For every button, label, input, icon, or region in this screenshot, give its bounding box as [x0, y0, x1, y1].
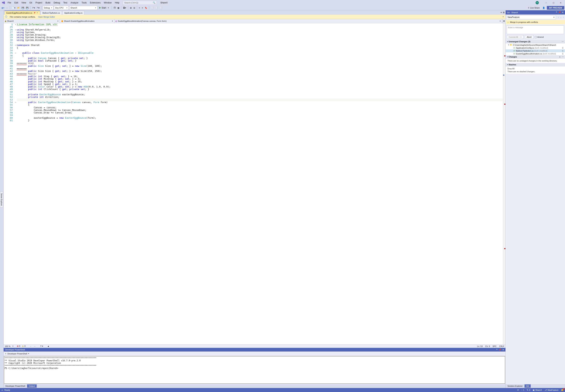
menu-project[interactable]: Project — [34, 1, 43, 5]
indent-left-button[interactable]: ≡ — [138, 6, 141, 10]
menu-test[interactable]: Test — [62, 1, 69, 5]
code-area[interactable]: License Information (GPL v3)using ShareX… — [17, 23, 503, 344]
nav-back-icon[interactable]: ← — [30, 345, 32, 347]
abort-button[interactable]: Abort — [525, 35, 533, 39]
fetch-icon[interactable]: ↓ — [558, 16, 559, 18]
unmerged-file[interactable]: C# ApplicationConfig.cs [both modified]C — [506, 46, 565, 49]
plus-icon[interactable]: ＋ — [5, 352, 7, 355]
repo-path-row[interactable]: ▾📁 C:\Users\tagherfa\Source\Repos\ShareX… — [506, 43, 565, 46]
close-button[interactable]: ✕ — [557, 0, 564, 5]
warning-icon[interactable]: ⚠ — [22, 345, 24, 347]
doc-tab[interactable]: BalloonTipAction.cs — [41, 11, 62, 15]
sb-outgoing[interactable]: ↑ 1 — [522, 389, 524, 391]
startup-combo[interactable]: ShareX▼ — [69, 6, 98, 10]
commit-message-input[interactable]: Enter a message — [507, 25, 564, 34]
platform-combo[interactable]: Any CPU▼ — [54, 6, 69, 10]
amend-checkbox[interactable]: Amend — [535, 36, 544, 38]
tb-icon-6[interactable]: 📑 — [150, 6, 154, 10]
nav-scope-combo[interactable]: ▣ ShareX▼ — [4, 19, 60, 23]
pull-icon[interactable]: ↓ — [560, 16, 561, 18]
tab-settings-icon[interactable]: ⚙ — [503, 11, 505, 14]
error-icon[interactable]: ⊘ — [17, 345, 18, 347]
panel-pin-icon[interactable]: 📌 — [499, 349, 501, 351]
changes-header[interactable]: ▾Changes ＋ ⋯ — [506, 55, 565, 59]
right-tab-solution-explorer[interactable]: Solution Explorer — [506, 384, 524, 388]
unmerged-file[interactable]: C# BalloonTipAction.cs [both modified]C — [506, 49, 565, 52]
sb-changes[interactable]: ✎ 3 — [527, 389, 530, 391]
panel-close-icon[interactable]: ✕ — [502, 349, 504, 351]
section-more-icon[interactable]: ⋯ — [562, 41, 564, 43]
menu-file[interactable]: File — [6, 1, 13, 5]
notifications-icon[interactable]: 🔔3 — [561, 389, 564, 391]
close-merge-bar[interactable]: ✕ — [502, 16, 504, 18]
indent-mode[interactable]: SPC — [493, 345, 497, 347]
pin-icon[interactable]: 📌 — [33, 12, 35, 14]
doc-tab[interactable]: ApplicationConfig.cs — [62, 11, 85, 15]
server-explorer-tab[interactable]: Server Explorer — [0, 192, 3, 208]
menu-window[interactable]: Window — [102, 1, 113, 5]
unmerged-changes-header[interactable]: ▾Unmerged Changes (3) ⋯ — [506, 40, 565, 43]
bottom-tab-output[interactable]: Output — [27, 384, 37, 388]
menu-build[interactable]: Build — [44, 1, 52, 5]
hscroll-left[interactable]: ◀ — [48, 345, 49, 347]
tb-icon-1[interactable]: 🗔 — [113, 6, 116, 10]
avatar[interactable]: TG — [536, 1, 539, 4]
branch-combo[interactable]: NewFeature▼ — [506, 15, 556, 19]
ps-terminal[interactable]: ****************************************… — [4, 356, 505, 384]
undo-button[interactable]: ↶▾ — [32, 6, 36, 10]
commit-all-button[interactable]: Commit All▼ — [507, 35, 523, 39]
split-icon[interactable]: ⊞ — [502, 19, 506, 23]
start-debug-button[interactable]: Start ▼ — [98, 6, 110, 10]
tb-icon-3[interactable]: 🖼▾ — [122, 6, 127, 10]
right-tab-git[interactable]: Git — [524, 384, 531, 388]
search-box[interactable]: Search (Ctrl+Q) 🔍 — [123, 1, 157, 5]
tb-icon-4[interactable]: ⊞ — [129, 6, 132, 10]
panel-dropdown-icon[interactable]: ▼ — [496, 349, 498, 351]
overview-ruler[interactable] — [503, 23, 506, 344]
nav-back-button[interactable]: ◉▾ — [1, 6, 5, 10]
panel-close-icon[interactable]: ✕ — [562, 11, 564, 14]
sb-sync[interactable]: ⟳ — [517, 389, 519, 391]
menu-tools[interactable]: Tools — [80, 1, 88, 5]
open-merge-editor-link[interactable]: Open Merge Editor — [38, 16, 55, 18]
section-more-icon[interactable]: ＋ ⋯ — [559, 56, 564, 58]
zoom-level[interactable]: 100 % — [5, 345, 10, 347]
code-editor[interactable]: 1252627282930313233343536373839404142434… — [4, 23, 506, 344]
maximize-button[interactable]: ▢ — [550, 0, 557, 5]
stashes-header[interactable]: ▾Stashes — [506, 63, 565, 66]
doc-tab[interactable]: EasterEggAboutAnimation.cs📌✕ — [4, 11, 40, 15]
feedback-button[interactable]: 👤 — [542, 6, 546, 10]
bottom-tab-developer-powershell[interactable]: Developer PowerShell — [4, 384, 27, 388]
nav-forward-button[interactable]: ◉ — [5, 6, 9, 10]
panel-dropdown-icon[interactable]: ▼ — [556, 11, 557, 14]
tb-icon-2[interactable]: ▦ — [117, 6, 120, 10]
live-share-button[interactable]: ⇧ Live Share — [527, 7, 541, 9]
drop-all-link[interactable]: Drop All — [506, 66, 565, 70]
new-item-button[interactable]: 📄▾ — [11, 6, 16, 10]
menu-analyze[interactable]: Analyze — [69, 1, 80, 5]
minimize-button[interactable]: ─ — [542, 0, 550, 5]
push-icon[interactable]: ↑ — [563, 16, 564, 18]
menu-view[interactable]: View — [20, 1, 28, 5]
panel-pin-icon[interactable]: 📌 — [558, 11, 561, 14]
tb-icon-8[interactable]: 📑 — [159, 6, 163, 10]
eol-mode[interactable]: CRLF — [499, 345, 504, 347]
open-file-button[interactable]: 📂 — [16, 6, 21, 10]
tb-icon-7[interactable]: 📑 — [155, 6, 159, 10]
fold-gutter[interactable]: ⊞⊟⊟⊟⊟ — [14, 23, 17, 344]
menu-extensions[interactable]: Extensions — [88, 1, 102, 5]
tb-icon-5[interactable]: ⊟ — [133, 6, 136, 10]
sb-branch[interactable]: ⎇ NewFeature — [544, 389, 558, 391]
close-tab-icon[interactable]: ✕ — [37, 12, 38, 14]
indent-right-button[interactable]: ≡ — [141, 6, 144, 10]
bookmark-button[interactable]: 🔖 — [144, 6, 148, 10]
nav-fwd-icon[interactable]: → — [34, 345, 36, 347]
sb-repo[interactable]: ▣ ShareX — [533, 389, 542, 391]
nav-member-combo[interactable]: ◧ EasterEggAboutAnimation(Canvas canvas,… — [114, 19, 502, 23]
menu-edit[interactable]: Edit — [13, 1, 20, 5]
tab-overflow-icon[interactable]: ▼ — [500, 12, 502, 14]
save-button[interactable]: 💾 — [21, 6, 25, 10]
redo-button[interactable]: ↷▾ — [36, 6, 40, 10]
flag-icon[interactable]: 🏳▾ — [40, 345, 43, 347]
menu-debug[interactable]: Debug — [52, 1, 61, 5]
